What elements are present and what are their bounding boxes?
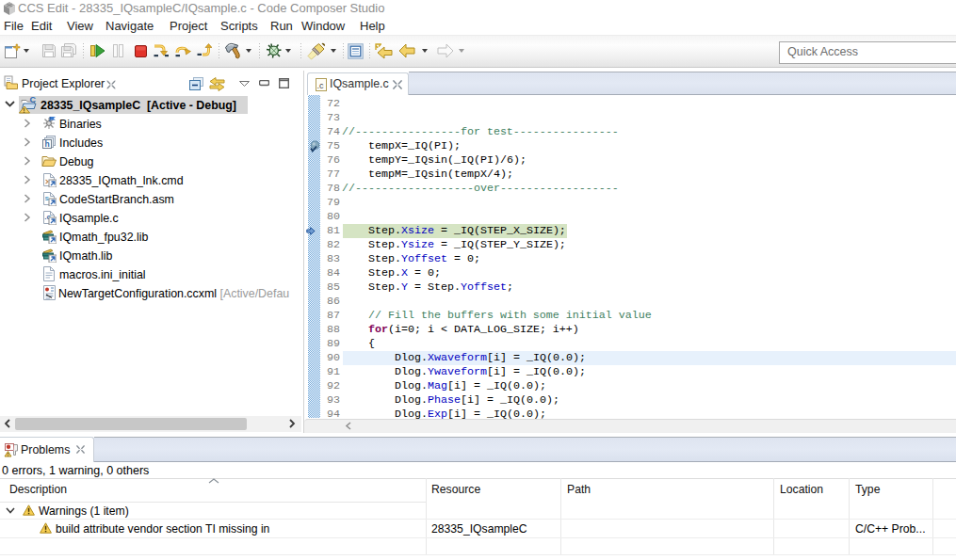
svg-text:!: ! (7, 452, 8, 457)
svg-text:.c: .c (317, 81, 325, 90)
